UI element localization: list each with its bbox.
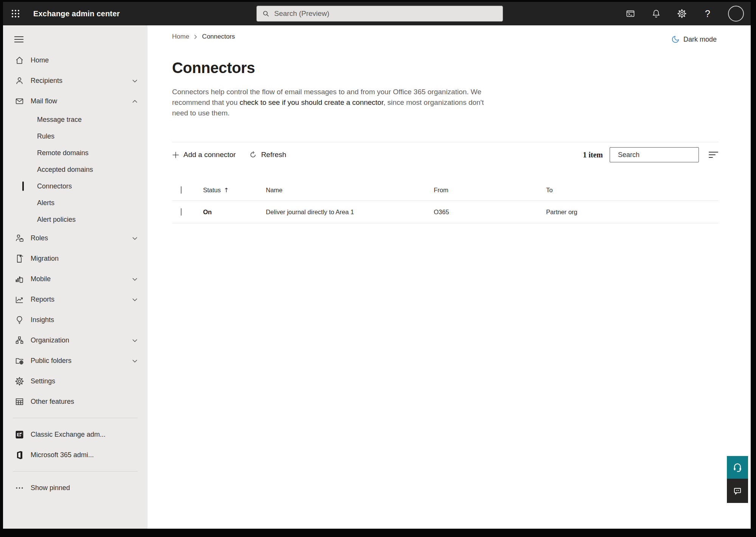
sidebar-item-connectors[interactable]: Connectors — [3, 178, 147, 195]
feedback-button[interactable] — [727, 479, 748, 503]
sidebar-item-settings[interactable]: Settings — [3, 371, 147, 391]
chevron-down-icon — [132, 78, 138, 83]
person-icon — [14, 76, 24, 86]
sidebar-item-home[interactable]: Home — [3, 50, 147, 70]
filter-sort-icon[interactable] — [709, 150, 719, 160]
sidebar-item-accepted-domains[interactable]: Accepted domains — [3, 161, 147, 178]
sidebar-item-alerts[interactable]: Alerts — [3, 195, 147, 211]
sidebar-divider — [13, 418, 138, 418]
ellipsis-icon — [14, 483, 24, 493]
breadcrumb-home-link[interactable]: Home — [172, 33, 189, 40]
global-search-input[interactable] — [274, 9, 497, 18]
help-icon[interactable]: ? — [702, 8, 713, 19]
sidebar-item-other-features[interactable]: Other features — [3, 391, 147, 412]
sidebar-item-label: Reports — [31, 296, 54, 304]
chevron-down-icon — [132, 338, 138, 343]
sidebar-item-organization[interactable]: Organization — [3, 330, 147, 350]
sidebar-item-remote-domains[interactable]: Remote domains — [3, 145, 147, 161]
sidebar-item-label: Roles — [31, 234, 48, 242]
sidebar-item-show-pinned[interactable]: Show pinned — [3, 478, 147, 498]
column-header-to[interactable]: To — [546, 187, 719, 194]
list-toolbar: Add a connector Refresh 1 item — [172, 142, 719, 167]
org-chart-icon — [14, 335, 24, 345]
add-connector-label: Add a connector — [183, 151, 236, 159]
app-title: Exchange admin center — [33, 9, 120, 18]
sidebar-nav-list: Home Recipients — [3, 50, 147, 498]
refresh-button[interactable]: Refresh — [249, 151, 286, 159]
sidebar-item-label: Insights — [31, 316, 54, 324]
select-all-checkbox[interactable] — [181, 186, 182, 194]
toolbar-left: Add a connector Refresh — [172, 151, 286, 159]
sidebar-item-recipients[interactable]: Recipients — [3, 70, 147, 91]
topbar: Exchange admin center — [3, 2, 751, 25]
row-status: On — [203, 209, 266, 216]
sidebar-item-label: Home — [31, 56, 49, 64]
sidebar-item-label: Message trace — [37, 116, 82, 124]
sidebar-item-label: Alerts — [37, 199, 54, 207]
table-row[interactable]: On Deliver journal directly to Area 1 O3… — [172, 201, 719, 223]
moon-icon — [671, 35, 680, 44]
sidebar-item-mail-flow[interactable]: Mail flow — [3, 91, 147, 111]
gear-icon — [14, 376, 24, 386]
powershell-console-icon[interactable] — [625, 8, 636, 19]
sidebar-item-public-folders[interactable]: Public folders — [3, 350, 147, 371]
connectors-table: Status ↑ Name From To On Deliver journal… — [172, 180, 719, 223]
sidebar-item-microsoft-365-admin[interactable]: Microsoft 365 admi... — [3, 445, 147, 465]
folder-globe-icon — [14, 356, 24, 366]
notifications-bell-icon[interactable] — [651, 8, 661, 19]
app-launcher-button[interactable] — [6, 2, 25, 25]
breadcrumb-current: Connectors — [202, 33, 235, 40]
account-avatar[interactable] — [728, 6, 744, 22]
person-briefcase-icon — [14, 233, 24, 243]
column-header-status[interactable]: Status ↑ — [203, 187, 266, 194]
search-icon — [262, 10, 270, 17]
envelope-icon — [14, 96, 24, 106]
column-header-from[interactable]: From — [434, 187, 546, 194]
sidebar-item-label: Mobile — [31, 275, 51, 283]
sidebar-item-label: Remote domains — [37, 149, 88, 157]
svg-text:E: E — [17, 432, 20, 437]
sidebar-item-reports[interactable]: Reports — [3, 289, 147, 310]
global-search-box[interactable] — [256, 6, 503, 22]
topbar-actions: ? — [625, 2, 744, 25]
sidebar-item-roles[interactable]: Roles — [3, 228, 147, 248]
column-header-name[interactable]: Name — [266, 187, 434, 194]
add-connector-button[interactable]: Add a connector — [172, 151, 236, 159]
support-button[interactable] — [727, 456, 748, 479]
sidebar-nav: Home Recipients — [3, 25, 147, 529]
sidebar-item-label: Other features — [31, 398, 74, 406]
row-checkbox[interactable] — [181, 208, 182, 216]
plus-icon — [172, 151, 179, 159]
sort-ascending-icon: ↑ — [224, 187, 229, 194]
sidebar-item-label: Public folders — [31, 357, 71, 365]
toolbar-right: 1 item — [583, 147, 719, 162]
description-link[interactable]: check to see if you should create a conn… — [239, 98, 383, 106]
sidebar-item-migration[interactable]: Migration — [3, 248, 147, 269]
status-header-label: Status — [203, 187, 221, 194]
sidebar-item-message-trace[interactable]: Message trace — [3, 111, 147, 128]
app-window: Exchange admin center — [3, 2, 751, 529]
dark-mode-label: Dark mode — [683, 36, 717, 44]
table-grid-icon — [14, 397, 24, 406]
chevron-up-icon — [132, 99, 138, 104]
list-search-box[interactable] — [610, 147, 699, 162]
item-count: 1 item — [583, 151, 603, 159]
sidebar-item-label: Settings — [31, 377, 55, 385]
dark-mode-toggle[interactable]: Dark mode — [671, 35, 717, 44]
collapse-sidebar-button[interactable] — [14, 36, 23, 42]
breadcrumb-separator-icon — [194, 34, 197, 39]
sidebar-item-mobile[interactable]: Mobile — [3, 269, 147, 289]
mobile-stats-icon — [14, 274, 24, 284]
settings-gear-icon[interactable] — [677, 8, 687, 19]
sidebar-item-insights[interactable]: Insights — [3, 310, 147, 330]
row-name[interactable]: Deliver journal directly to Area 1 — [266, 209, 434, 216]
sidebar-item-alert-policies[interactable]: Alert policies — [3, 211, 147, 228]
sidebar-item-rules[interactable]: Rules — [3, 128, 147, 145]
refresh-icon — [249, 151, 257, 159]
line-chart-icon — [14, 294, 24, 304]
list-search-input[interactable] — [618, 151, 706, 159]
app-launcher-icon — [12, 10, 19, 17]
main-content: Home Connectors Dark mode Connectors Con… — [147, 25, 751, 529]
sidebar-item-classic-exchange-admin[interactable]: E Classic Exchange adm... — [3, 424, 147, 445]
sidebar-item-label: Alert policies — [37, 216, 76, 224]
